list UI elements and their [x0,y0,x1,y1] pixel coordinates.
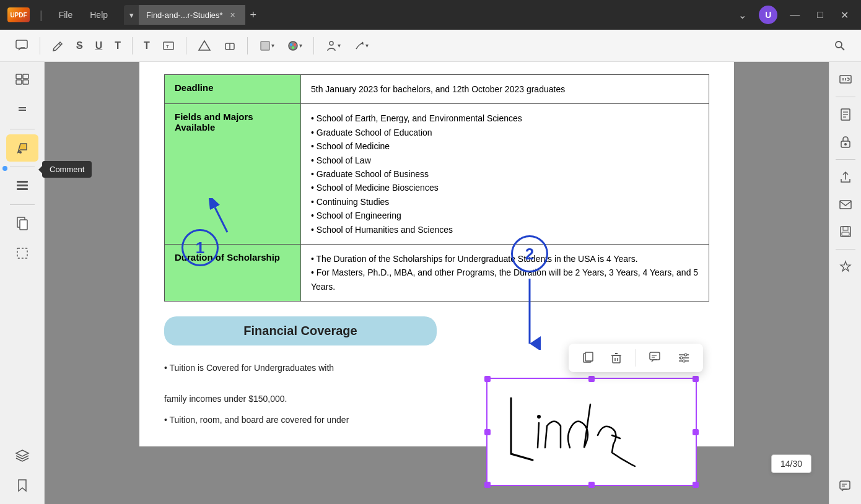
tab-close-button[interactable]: × [228,10,238,20]
svg-rect-22 [17,181,28,183]
share-button[interactable] [833,165,858,189]
resize-handle-mr[interactable] [693,429,699,435]
comment-right-button[interactable] [833,474,858,499]
tab-dropdown[interactable]: ▾ [124,5,139,25]
sidebar-pages-button[interactable] [6,210,38,237]
svg-rect-60 [842,232,849,236]
text-cursor-button[interactable]: T [110,35,126,57]
properties-button[interactable] [675,349,693,367]
annotation-arrow-1-svg [209,198,246,235]
ocr-button[interactable] [833,67,858,92]
pdf-area[interactable]: Deadline 5th January 2023 for bachelors,… [45,62,829,504]
extract-icon [839,108,852,121]
resize-handle-ml[interactable] [484,429,491,435]
active-tab[interactable]: Find-and-...r-Studies* × [139,5,245,25]
svg-rect-33 [613,355,620,363]
resize-handle-tr[interactable] [693,376,699,382]
search-button[interactable] [829,35,851,57]
main-area: Comment [0,62,861,504]
properties-icon [677,351,691,365]
updf-logo: UPDF [7,7,30,22]
ink-button[interactable]: ▾ [348,35,374,57]
sidebar-layers-button[interactable] [6,442,38,469]
highlight-button[interactable] [193,35,216,57]
svg-rect-26 [20,220,27,230]
close-button[interactable]: ✕ [836,9,854,21]
pen-icon [51,40,64,52]
shape-icon [259,40,271,52]
comment-ctx-button[interactable] [646,349,665,367]
pdf-page: Deadline 5th January 2023 for bachelors,… [139,62,734,446]
signature-drawing [487,379,696,485]
toolbar-separator-1 [40,37,40,54]
ocr-icon [839,72,852,86]
right-separator-2 [836,159,855,160]
financial-coverage-title: Financial Coverage [243,324,357,337]
title-bar: UPDF | File Help ▾ Find-and-...r-Studies… [0,0,861,30]
resize-handle-tm[interactable] [588,376,595,382]
deadline-value: 5th January 2023 for bachelors, and 12th… [301,75,709,104]
sidebar-crop-button[interactable] [6,240,38,267]
shape-dropdown-button[interactable]: ▾ [254,35,279,57]
pages-icon [15,216,30,231]
svg-text:T: T [166,44,169,50]
extract-button[interactable] [833,102,858,127]
email-button[interactable] [833,192,858,217]
pen-sidebar-icon [15,141,30,155]
user-avatar[interactable]: U [759,6,777,24]
ink-icon [353,40,365,52]
new-tab-button[interactable]: + [245,5,262,25]
pen-tool-sidebar-button[interactable] [6,134,38,162]
duration-value: • The Duration of the Scholarships for U… [301,244,709,301]
comment-tool-button[interactable] [10,35,33,57]
eraser-button[interactable] [219,35,241,57]
tab-container: ▾ Find-and-...r-Studies* × + [124,5,261,25]
sidebar-thumbnails-button[interactable] [6,67,38,94]
sidebar-organize-button[interactable] [6,172,38,199]
comment-ctx-icon [649,351,662,365]
annotation-circle-2: 2 [511,235,548,272]
minimize-button[interactable]: — [785,9,805,20]
svg-rect-14 [16,74,22,79]
underline-button[interactable]: U [90,35,108,57]
eraser-icon [224,40,236,52]
save-icon [839,225,852,238]
color-picker-button[interactable]: ▾ [282,35,307,57]
lock-button[interactable] [833,129,858,154]
resize-handle-tl[interactable] [484,376,491,382]
stamp-button[interactable]: ▾ [320,35,346,57]
email-icon [839,198,852,211]
svg-rect-23 [17,185,28,186]
sidebar-separator-1 [10,129,35,129]
sidebar-bookmark-button[interactable] [6,472,38,499]
toolbar-separator-2 [132,37,133,54]
text-box-button[interactable]: T [157,35,180,57]
chevron-down-button[interactable]: ⌄ [733,9,751,21]
add-text-button[interactable]: T [139,35,155,57]
fields-value: • School of Earth, Energy, and Environme… [301,104,709,245]
resize-handle-bm[interactable] [588,482,595,488]
comment-right-icon [839,480,852,493]
magic-button[interactable] [833,254,858,279]
sidebar-collapse-button[interactable] [6,97,38,124]
resize-handle-bl[interactable] [484,482,491,488]
signature-container[interactable] [486,378,697,486]
delete-button[interactable] [607,349,626,367]
trash-icon [610,351,623,365]
save-btn[interactable] [833,219,858,244]
svg-marker-28 [16,450,28,456]
maximize-button[interactable]: □ [812,9,828,20]
context-menu-separator [636,349,636,367]
file-menu[interactable]: File [53,7,79,22]
context-menu [569,344,703,372]
annotation-arrow-2-svg [517,276,542,350]
resize-handle-br[interactable] [693,482,699,488]
left-sidebar: Comment [0,62,45,504]
strikethrough-button[interactable]: S [71,35,88,57]
page-badge: 14/30 [771,454,811,473]
copy-button[interactable] [579,349,597,367]
signature-svg [499,386,684,479]
help-menu[interactable]: Help [84,7,114,22]
pen-tool-button[interactable] [46,35,69,57]
thumbnails-icon [15,73,30,88]
